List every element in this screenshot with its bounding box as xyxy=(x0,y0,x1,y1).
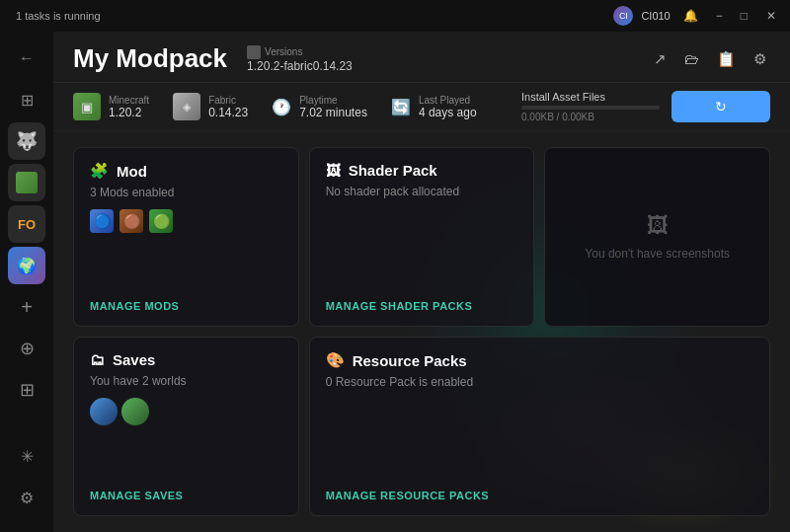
spinner-icon: ↻ xyxy=(715,99,727,114)
screenshot-label: You don't have screenshots xyxy=(585,247,730,261)
app-body: ← ⊞ 🐺 FO 🌍 + ⊕ ⊞ ✳ xyxy=(0,32,790,532)
mods-icon: ✳ xyxy=(21,447,34,466)
install-button[interactable]: ↻ xyxy=(672,91,770,122)
playtime-text: Playtime 7.02 minutes xyxy=(299,95,367,119)
install-progress-bar xyxy=(521,106,660,110)
manage-shaders-link[interactable]: MANAGE SHADER PACKS xyxy=(326,300,518,312)
shader-subtitle: No shader pack allocated xyxy=(326,185,518,198)
cards-grid: 🧩 Mod 3 Mods enabled 🔵 🟤 🟢 MANAGE MODS 🖼 xyxy=(73,147,770,516)
version-block: Versions 1.20.2-fabric0.14.23 xyxy=(247,45,353,73)
wolf-icon: 🐺 xyxy=(16,130,38,152)
resource-card-title: 🎨 Resource Packs xyxy=(326,351,753,369)
clock-icon: 🕐 xyxy=(272,98,291,116)
notification-icon[interactable]: 🔔 xyxy=(678,7,703,25)
version-value: 1.20.2-fabric0.14.23 xyxy=(247,59,353,73)
mod-icon-3: 🟢 xyxy=(149,209,173,233)
forge-icon: FO xyxy=(18,217,36,232)
shader-card-title: 🖼 Shader Pack xyxy=(326,162,518,179)
screenshot-card: 🖼 You don't have screenshots xyxy=(544,147,770,327)
close-button[interactable]: ✕ xyxy=(760,7,782,25)
back-icon: ← xyxy=(19,49,35,67)
install-label-block: Install Asset Files 0.00KB / 0.00KB xyxy=(521,91,660,122)
shader-icon: 🖼 xyxy=(326,162,341,179)
minecraft-label: Minecraft xyxy=(109,95,149,106)
home-icon: ⊞ xyxy=(21,91,34,110)
world-icons xyxy=(90,398,282,425)
sidebar-bottom: ✳ ⚙ xyxy=(8,437,45,524)
sidebar-item-avatar[interactable]: 🌍 xyxy=(8,247,45,284)
sidebar-item-add-server[interactable]: ⊞ xyxy=(8,371,45,409)
add-icon: + xyxy=(21,296,33,319)
saves-card-title: 🗂 Saves xyxy=(90,351,282,368)
lastplayed-text: Last Played 4 days ago xyxy=(419,95,477,119)
files-button[interactable]: 📋 xyxy=(713,46,740,72)
sidebar-item-add[interactable]: + xyxy=(8,288,45,326)
manage-mods-link[interactable]: MANAGE MODS xyxy=(90,300,282,312)
gear-icon: ⚙ xyxy=(20,489,34,507)
mod-icon-1: 🔵 xyxy=(90,209,114,233)
manage-resource-link[interactable]: MANAGE RESOURCE PACKS xyxy=(326,490,753,501)
fabric-text: Fabric 0.14.23 xyxy=(208,95,248,119)
lastplayed-icon: 🔄 xyxy=(391,98,411,116)
resource-card: 🎨 Resource Packs 0 Resource Pack is enab… xyxy=(309,337,770,516)
sidebar-item-mods[interactable]: ✳ xyxy=(8,437,45,475)
manage-saves-link[interactable]: MANAGE SAVES xyxy=(90,490,282,501)
sidebar: ← ⊞ 🐺 FO 🌍 + ⊕ ⊞ ✳ xyxy=(0,32,53,532)
folder-open-button[interactable]: 🗁 xyxy=(680,46,703,71)
version-label: Versions xyxy=(247,45,353,59)
saves-card: 🗂 Saves You have 2 worlds MANAGE SAVES xyxy=(73,337,299,516)
mod-subtitle: 3 Mods enabled xyxy=(90,186,282,199)
install-block: Install Asset Files 0.00KB / 0.00KB ↻ xyxy=(521,91,770,122)
mod-card: 🧩 Mod 3 Mods enabled 🔵 🟤 🟢 MANAGE MODS xyxy=(73,147,299,327)
fabric-label: Fabric xyxy=(208,95,248,106)
sidebar-item-forge[interactable]: FO xyxy=(8,205,45,243)
settings-button[interactable]: ⚙ xyxy=(750,46,770,72)
saves-icon: 🗂 xyxy=(90,351,105,368)
page-title: My Modpack xyxy=(73,43,227,74)
fabric-version: 0.14.23 xyxy=(208,106,248,119)
install-label: Install Asset Files xyxy=(521,91,660,103)
minecraft-icon xyxy=(16,172,38,193)
minecraft-text: Minecraft 1.20.2 xyxy=(109,95,149,119)
info-bar: ▣ Minecraft 1.20.2 ◈ Fabric 0.14.23 🕐 xyxy=(53,83,790,131)
user-avatar-icon: 🌍 xyxy=(17,257,37,275)
mod-icons: 🔵 🟤 🟢 xyxy=(90,209,282,233)
main-content: 🧩 Mod 3 Mods enabled 🔵 🟤 🟢 MANAGE MODS 🖼 xyxy=(53,131,790,532)
lastplayed-info: 🔄 Last Played 4 days ago xyxy=(391,95,477,119)
minecraft-icon: ▣ xyxy=(73,93,101,120)
saves-subtitle: You have 2 worlds xyxy=(90,374,282,388)
content-area: My Modpack Versions 1.20.2-fabric0.14.23… xyxy=(53,32,790,532)
lastplayed-label: Last Played xyxy=(419,95,477,106)
world-icon-1 xyxy=(90,398,118,425)
avatar: CI xyxy=(613,6,633,26)
lastplayed-value: 4 days ago xyxy=(419,106,477,119)
sidebar-item-home[interactable]: ⊞ xyxy=(8,81,45,118)
mod-icon-2: 🟤 xyxy=(119,209,143,233)
sidebar-item-add-instance[interactable]: ⊕ xyxy=(8,330,45,367)
resource-icon: 🎨 xyxy=(326,351,345,369)
minecraft-info: ▣ Minecraft 1.20.2 xyxy=(73,93,149,120)
page-header: My Modpack Versions 1.20.2-fabric0.14.23… xyxy=(53,32,790,83)
title-bar: 1 tasks is running CI CI010 🔔 − □ ✕ xyxy=(0,0,790,32)
avatar-initials: CI xyxy=(619,11,628,21)
world-icon-2 xyxy=(121,398,149,425)
playtime-info: 🕐 Playtime 7.02 minutes xyxy=(272,95,367,119)
maximize-button[interactable]: □ xyxy=(736,7,752,25)
header-actions: ↗ 🗁 📋 ⚙ xyxy=(650,46,770,72)
minecraft-version: 1.20.2 xyxy=(109,106,149,119)
puzzle-icon: 🧩 xyxy=(90,162,109,180)
sidebar-item-settings[interactable]: ⚙ xyxy=(8,479,45,516)
username-label: CI010 xyxy=(641,10,670,22)
mod-card-title: 🧩 Mod xyxy=(90,162,282,180)
add-instance-icon: ⊕ xyxy=(20,338,35,359)
sidebar-item-wolf[interactable]: 🐺 xyxy=(8,122,45,160)
shader-card: 🖼 Shader Pack No shader pack allocated M… xyxy=(309,147,535,327)
sidebar-item-minecraft[interactable] xyxy=(8,164,45,201)
minimize-button[interactable]: − xyxy=(711,7,728,25)
install-size: 0.00KB / 0.00KB xyxy=(521,112,660,122)
screenshot-icon: 🖼 xyxy=(647,213,669,239)
share-button[interactable]: ↗ xyxy=(650,46,671,72)
resource-subtitle: 0 Resource Pack is enabled xyxy=(326,375,753,389)
sidebar-item-back[interactable]: ← xyxy=(8,39,45,77)
fabric-info: ◈ Fabric 0.14.23 xyxy=(173,93,248,120)
